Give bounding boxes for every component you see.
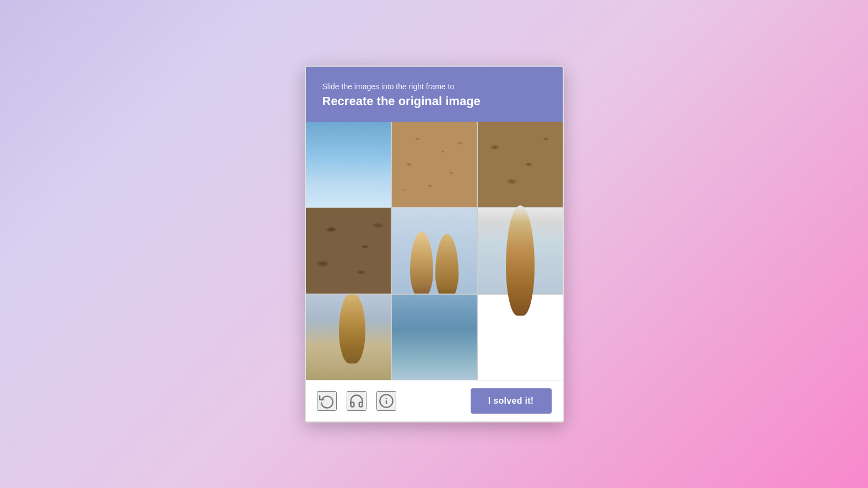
puzzle-cell-1-1[interactable] — [392, 208, 477, 294]
header-subtitle: Slide the images into the right frame to — [322, 82, 546, 91]
surfboard-center-right — [506, 205, 535, 316]
puzzle-cell-0-2[interactable] — [478, 122, 563, 207]
info-button[interactable] — [376, 391, 396, 411]
headphones-icon — [349, 393, 364, 409]
puzzle-cell-1-0[interactable] — [306, 208, 391, 294]
surfboard-right — [435, 234, 459, 294]
surfboard-left — [410, 232, 433, 294]
refresh-button[interactable] — [317, 391, 337, 411]
puzzle-footer: I solved it! — [306, 380, 563, 421]
footer-icons — [317, 391, 396, 411]
puzzle-cell-1-2[interactable] — [478, 208, 563, 294]
puzzle-grid[interactable] — [306, 122, 563, 380]
surfboard-bottom-left — [339, 295, 365, 364]
puzzle-cell-2-1[interactable] — [392, 295, 477, 380]
info-icon — [379, 393, 394, 409]
refresh-icon — [319, 393, 335, 409]
header-title: Recreate the original image — [322, 94, 546, 109]
puzzle-card: Slide the images into the right frame to… — [305, 66, 564, 422]
puzzle-cell-0-0[interactable] — [306, 122, 391, 207]
audio-button[interactable] — [347, 391, 366, 411]
puzzle-cell-2-0[interactable] — [306, 295, 391, 380]
solved-button[interactable]: I solved it! — [471, 388, 552, 414]
puzzle-cell-0-1[interactable] — [392, 122, 477, 207]
puzzle-header: Slide the images into the right frame to… — [306, 67, 563, 122]
